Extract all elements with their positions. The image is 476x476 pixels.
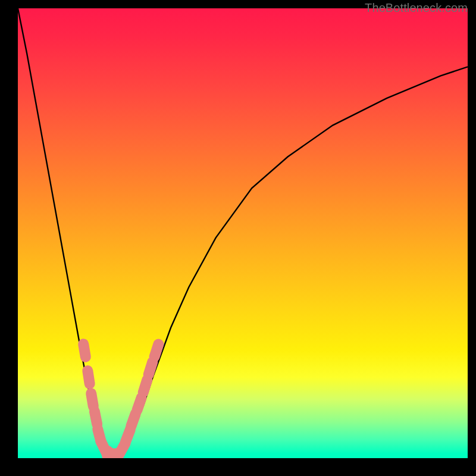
curve-path	[18, 8, 468, 458]
curve-layer	[18, 8, 468, 458]
watermark-text: TheBottleneck.com	[365, 1, 468, 15]
plot-area	[18, 8, 468, 458]
chart-container: TheBottleneck.com	[0, 0, 476, 476]
